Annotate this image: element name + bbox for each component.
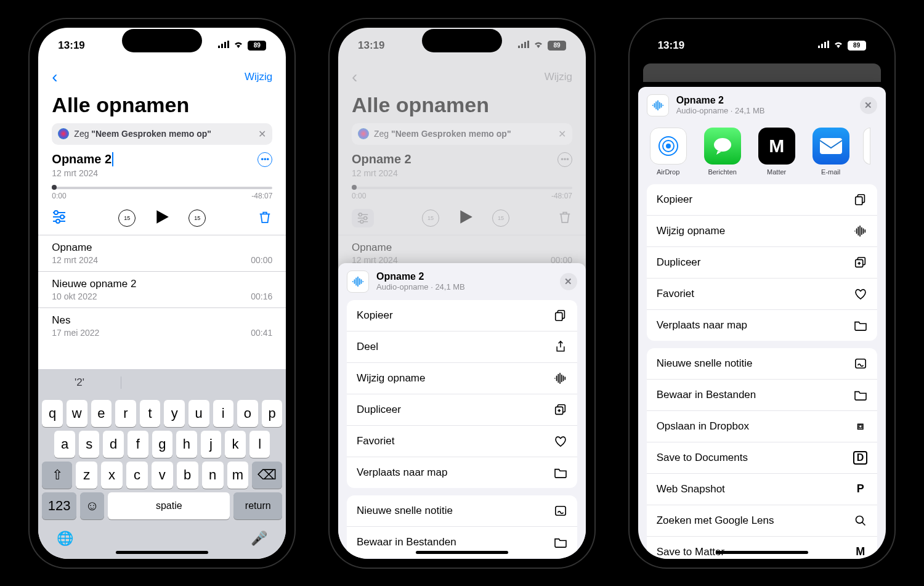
play-button[interactable] [154, 209, 170, 227]
key-f[interactable]: f [128, 431, 148, 458]
action-kopieer[interactable]: Kopieer [647, 184, 877, 216]
key-t[interactable]: t [140, 400, 161, 427]
key-q[interactable]: q [42, 400, 63, 427]
close-button[interactable]: ✕ [860, 97, 877, 114]
home-indicator[interactable] [116, 551, 208, 554]
action-web-snapshot[interactable]: Web SnapshotP [647, 474, 877, 505]
folder-icon [854, 319, 867, 332]
key-m[interactable]: m [227, 462, 249, 489]
recording-title-input[interactable]: Opname 2 [52, 152, 113, 166]
svg-point-12 [364, 216, 367, 219]
share-sheet: Opname 2 Audio-opname · 24,1 MB ✕ AirDro… [638, 87, 886, 559]
key-g[interactable]: g [152, 431, 173, 458]
action-nieuwe-snelle-notitie[interactable]: Nieuwe snelle notitie [347, 495, 577, 527]
key-s[interactable]: s [79, 431, 100, 458]
keyboard[interactable]: '2' qwertyuiop asdfghjkl ⇧zxcvbnm⌫ 123 ☺… [38, 369, 286, 559]
key-l[interactable]: l [249, 431, 270, 458]
action-dupliceer[interactable]: Dupliceer [647, 247, 877, 279]
key-numbers[interactable]: 123 [42, 492, 76, 519]
key-h[interactable]: h [176, 431, 197, 458]
key-k[interactable]: k [225, 431, 246, 458]
key-shift[interactable]: ⇧ [42, 462, 72, 489]
close-icon[interactable]: ✕ [258, 128, 266, 140]
copy-icon [854, 193, 867, 206]
app-mail[interactable]: E-mail [809, 128, 853, 176]
action-save-to-matter[interactable]: Save to MatterM [647, 537, 877, 559]
more-button[interactable]: ••• [257, 152, 272, 167]
list-item[interactable]: Opname 12 mrt 202400:00 [38, 235, 286, 271]
wifi-icon [533, 39, 544, 52]
action-deel[interactable]: Deel [347, 332, 577, 363]
share-icon [554, 340, 567, 354]
skip-forward-button[interactable]: 15 [188, 210, 206, 227]
cellular-icon [218, 39, 229, 52]
globe-icon[interactable]: 🌐 [57, 531, 73, 547]
mic-icon[interactable]: 🎤 [251, 531, 267, 547]
key-r[interactable]: r [115, 400, 136, 427]
scrubber[interactable] [52, 187, 272, 189]
action-favoriet[interactable]: Favoriet [347, 426, 577, 457]
siri-icon [58, 128, 69, 139]
app-messages[interactable]: Berichten [701, 128, 744, 176]
action-dupliceer[interactable]: Dupliceer [347, 394, 577, 426]
svg-rect-19 [818, 46, 820, 48]
key-o[interactable]: o [237, 400, 258, 427]
key-j[interactable]: j [201, 431, 222, 458]
key-n[interactable]: n [202, 462, 224, 489]
share-apps-row[interactable]: AirDrop Berichten M Matter E-mail [638, 124, 886, 184]
svg-point-11 [359, 213, 362, 216]
key-p[interactable]: p [262, 400, 283, 427]
list-item[interactable]: Nieuwe opname 2 10 okt 202200:16 [38, 271, 286, 307]
key-b[interactable]: b [177, 462, 198, 489]
svg-rect-32 [855, 359, 865, 368]
key-v[interactable]: v [152, 462, 173, 489]
action-bewaar-in-bestanden[interactable]: Bewaar in Bestanden [647, 380, 877, 411]
key-x[interactable]: x [101, 462, 123, 489]
action-verplaats-naar-map[interactable]: Verplaats naar map [347, 457, 577, 488]
siri-suggestion[interactable]: Zeg "Neem Gesproken memo op" ✕ [52, 123, 272, 145]
skip-back-button[interactable]: 15 [118, 210, 136, 227]
options-icon[interactable] [52, 210, 67, 226]
close-button[interactable]: ✕ [560, 273, 577, 290]
action-save-to-documents[interactable]: Save to DocumentsD [647, 442, 877, 474]
key-a[interactable]: a [54, 431, 75, 458]
sheet-title: Opname 2 [376, 271, 553, 282]
edit-button[interactable]: Wijzig [245, 71, 272, 83]
copy-icon [554, 309, 567, 322]
action-kopieer[interactable]: Kopieer [347, 300, 577, 332]
kb-suggestion[interactable]: '2' [38, 376, 121, 389]
key-emoji[interactable]: ☺ [80, 492, 105, 519]
action-wijzig-opname[interactable]: Wijzig opname [347, 363, 577, 394]
key-y[interactable]: y [164, 400, 185, 427]
app-airdrop[interactable]: AirDrop [647, 128, 690, 176]
back-button[interactable]: ‹ [52, 67, 57, 87]
key-u[interactable]: u [188, 400, 209, 427]
home-indicator[interactable] [416, 551, 508, 554]
key-space[interactable]: spatie [108, 492, 230, 519]
dropbox-icon: ⧈ [854, 420, 867, 433]
action-opslaan-in-dropbox[interactable]: Opslaan in Dropbox⧈ [647, 411, 877, 442]
key-i[interactable]: i [213, 400, 234, 427]
action-nieuwe-snelle-notitie[interactable]: Nieuwe snelle notitie [647, 348, 877, 380]
action-zoeken-met-google-lens[interactable]: Zoeken met Google Lens [647, 505, 877, 537]
folder-icon [854, 388, 867, 402]
key-backspace[interactable]: ⌫ [252, 462, 282, 489]
more-button: ••• [557, 152, 572, 167]
action-verplaats-naar-map[interactable]: Verplaats naar map [647, 310, 877, 341]
key-c[interactable]: c [126, 462, 148, 489]
trash-icon[interactable] [257, 210, 272, 226]
status-time: 13:19 [58, 39, 84, 52]
key-d[interactable]: d [103, 431, 124, 458]
home-indicator[interactable] [716, 551, 808, 554]
key-e[interactable]: e [91, 400, 112, 427]
action-wijzig-opname[interactable]: Wijzig opname [647, 216, 877, 247]
svg-rect-9 [524, 42, 526, 48]
list-item[interactable]: Nes 17 mei 202200:41 [38, 307, 286, 344]
app-matter[interactable]: M Matter [755, 128, 798, 176]
svg-rect-21 [824, 42, 826, 48]
key-return[interactable]: return [233, 492, 282, 519]
action-favoriet[interactable]: Favoriet [647, 279, 877, 310]
selected-recording: Opname 2 ••• 12 mrt 2024 0:00-48:07 15 1… [38, 152, 286, 235]
key-w[interactable]: w [67, 400, 87, 427]
key-z[interactable]: z [76, 462, 97, 489]
